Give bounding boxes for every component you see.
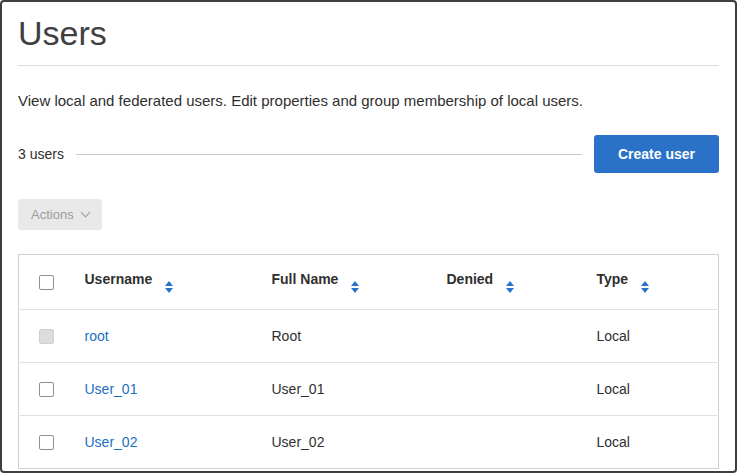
sort-icon[interactable] [351, 281, 359, 294]
row-checkbox[interactable] [39, 382, 54, 397]
row-checkbox[interactable] [39, 329, 54, 344]
full-name-cell: User_01 [262, 363, 437, 416]
page-description: View local and federated users. Edit pro… [18, 92, 719, 109]
checkbox-cell [19, 416, 75, 469]
row-checkbox[interactable] [39, 435, 54, 450]
sort-icon[interactable] [165, 281, 173, 294]
type-cell: Local [587, 363, 719, 416]
table-row: User_02 User_02 Local [19, 416, 719, 469]
table-row: User_01 User_01 Local [19, 363, 719, 416]
username-link[interactable]: root [85, 328, 109, 344]
count-row: 3 users Create user [18, 135, 719, 173]
page-title: Users [18, 2, 719, 65]
create-user-button[interactable]: Create user [594, 135, 719, 173]
denied-cell [437, 310, 587, 363]
sort-icon[interactable] [641, 281, 649, 294]
column-header-full-name[interactable]: Full Name [262, 255, 437, 310]
users-page: Users View local and federated users. Ed… [0, 0, 737, 473]
column-label-type: Type [597, 271, 629, 287]
table-header-row: Username Full Name Denied Type [19, 255, 719, 310]
column-label-denied: Denied [447, 271, 494, 287]
full-name-cell: Root [262, 310, 437, 363]
username-cell: User_01 [75, 363, 262, 416]
username-cell: User_02 [75, 416, 262, 469]
column-header-type[interactable]: Type [587, 255, 719, 310]
column-label-username: Username [85, 271, 153, 287]
sort-icon[interactable] [506, 281, 514, 294]
chevron-down-icon [80, 208, 90, 218]
type-cell: Local [587, 416, 719, 469]
username-link[interactable]: User_02 [85, 434, 138, 450]
denied-cell [437, 363, 587, 416]
username-link[interactable]: User_01 [85, 381, 138, 397]
username-cell: root [75, 310, 262, 363]
select-all-header-cell [19, 255, 75, 310]
table-row: root Root Local [19, 310, 719, 363]
type-cell: Local [587, 310, 719, 363]
title-divider [18, 65, 719, 66]
users-table: Username Full Name Denied Type [18, 254, 719, 469]
users-count: 3 users [18, 146, 64, 162]
denied-cell [437, 416, 587, 469]
column-label-full-name: Full Name [272, 271, 339, 287]
count-divider-line [76, 154, 582, 155]
column-header-username[interactable]: Username [75, 255, 262, 310]
checkbox-cell [19, 310, 75, 363]
select-all-checkbox[interactable] [39, 275, 54, 290]
actions-button[interactable]: Actions [18, 199, 102, 230]
column-header-denied[interactable]: Denied [437, 255, 587, 310]
full-name-cell: User_02 [262, 416, 437, 469]
actions-button-label: Actions [31, 207, 74, 222]
checkbox-cell [19, 363, 75, 416]
